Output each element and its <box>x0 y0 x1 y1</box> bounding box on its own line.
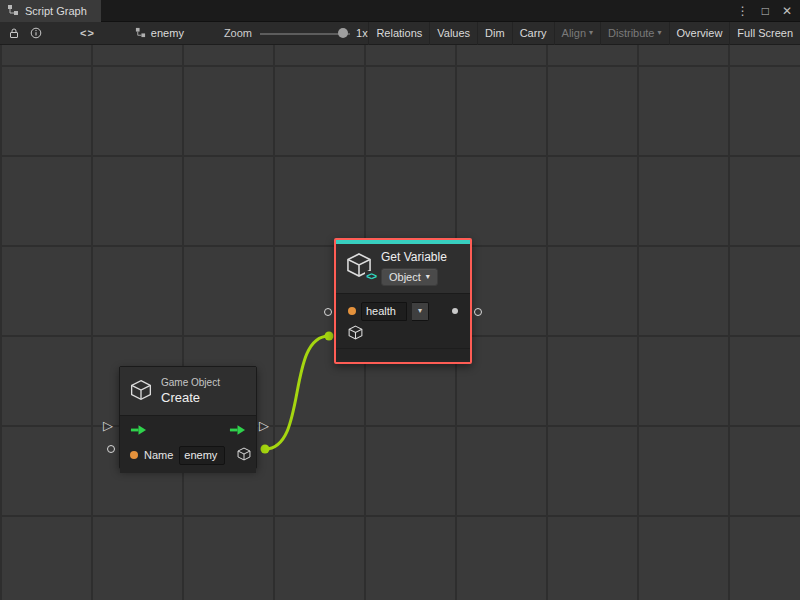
node-create-game-object[interactable]: Game Object Create <box>119 366 257 469</box>
values-button[interactable]: Values <box>429 22 477 45</box>
connection-start-port[interactable] <box>261 445 270 454</box>
flow-input-port[interactable]: ▷ <box>103 419 113 433</box>
info-icon[interactable] <box>30 22 42 45</box>
close-icon[interactable]: ✕ <box>782 4 792 18</box>
edit-code-icon[interactable]: <> <box>80 22 95 45</box>
graph-breadcrumb[interactable]: enemy <box>135 27 184 40</box>
variable-name-dropdown[interactable]: ▾ <box>412 302 429 321</box>
game-object-cube-icon <box>130 379 152 403</box>
dim-button[interactable]: Dim <box>477 22 512 45</box>
get-variable-input-port[interactable] <box>324 308 332 316</box>
tab-script-graph[interactable]: Script Graph <box>0 0 101 22</box>
flow-out-arrow-icon[interactable] <box>229 424 246 438</box>
name-input-row: Name <box>120 443 256 467</box>
chevron-down-icon: ▾ <box>589 29 593 37</box>
zoom-slider-handle[interactable] <box>338 28 348 38</box>
flow-in-arrow-icon[interactable] <box>130 424 147 438</box>
value-input-port[interactable] <box>348 307 356 315</box>
window-menu-icon[interactable]: ⋮ <box>737 4 749 18</box>
full-screen-button[interactable]: Full Screen <box>729 22 800 45</box>
get-variable-output-port[interactable] <box>474 308 482 316</box>
zoom-label: Zoom <box>224 27 252 39</box>
carry-button[interactable]: Carry <box>512 22 554 45</box>
chevron-down-icon: ▾ <box>658 29 662 37</box>
graph-name: enemy <box>151 27 184 39</box>
node-title: Get Variable <box>381 250 447 264</box>
node-title: Create <box>161 390 220 405</box>
zoom-value: 1x <box>356 27 368 39</box>
flow-output-port[interactable]: ▷ <box>259 419 269 433</box>
game-object-cube-icon <box>237 447 251 463</box>
name-input[interactable] <box>179 446 225 465</box>
node-get-variable[interactable]: <> Get Variable Object ▾ ▾ <box>334 238 472 364</box>
tab-title: Script Graph <box>25 5 87 17</box>
variable-code-glyph: <> <box>365 271 377 282</box>
connection-end-port[interactable] <box>325 332 334 341</box>
distribute-dropdown-button[interactable]: Distribute ▾ <box>600 22 668 45</box>
script-graph-icon <box>7 4 19 18</box>
variable-cube-icon: <> <box>346 252 372 278</box>
connection-wire[interactable] <box>265 336 329 449</box>
value-output-port[interactable] <box>452 308 458 314</box>
get-variable-header[interactable]: <> Get Variable Object ▾ <box>336 244 470 294</box>
graph-toolbar: <> enemy Zoom 1x Relations Values Dim Ca… <box>0 22 800 45</box>
name-input-port[interactable] <box>130 451 138 459</box>
zoom-slider-track <box>260 33 350 35</box>
align-dropdown-button[interactable]: Align ▾ <box>554 22 600 45</box>
flow-row <box>120 419 256 443</box>
name-label: Name <box>144 449 173 461</box>
window-titlebar: Script Graph ⋮ □ ✕ <box>0 0 800 22</box>
name-value-port[interactable] <box>107 445 115 453</box>
object-input-row <box>336 322 470 344</box>
zoom-slider[interactable] <box>260 22 350 45</box>
node-category: Game Object <box>161 377 220 388</box>
lock-icon[interactable] <box>8 22 20 45</box>
variable-name-input[interactable] <box>361 302 407 321</box>
graph-canvas[interactable]: <> Get Variable Object ▾ ▾ <box>0 45 800 600</box>
game-object-cube-icon <box>348 325 363 342</box>
maximize-icon[interactable]: □ <box>762 4 769 18</box>
create-header[interactable]: Game Object Create <box>120 367 256 416</box>
variable-scope-dropdown[interactable]: Object ▾ <box>381 268 438 286</box>
overview-button[interactable]: Overview <box>669 22 730 45</box>
graph-icon <box>135 27 146 40</box>
relations-button[interactable]: Relations <box>368 22 429 45</box>
chevron-down-icon: ▾ <box>426 273 430 281</box>
variable-name-row: ▾ <box>336 300 470 322</box>
node-footer <box>336 348 470 360</box>
